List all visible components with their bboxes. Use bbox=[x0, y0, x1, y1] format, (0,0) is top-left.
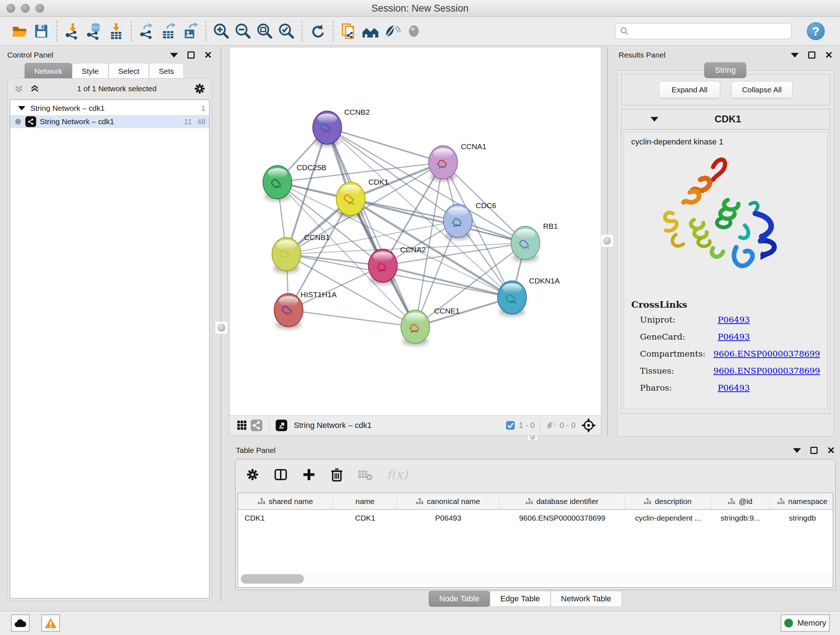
import-network-database-button[interactable] bbox=[83, 20, 105, 42]
delete-table-icon[interactable] bbox=[358, 469, 372, 481]
float-panel-icon[interactable] bbox=[808, 51, 815, 59]
column-header[interactable]: namespace bbox=[770, 493, 833, 509]
tab-string[interactable]: String bbox=[704, 62, 746, 78]
zoom-selected-button[interactable] bbox=[276, 20, 297, 42]
gene-section-header[interactable]: CDK1 bbox=[622, 109, 830, 130]
tab-style[interactable]: Style bbox=[72, 63, 109, 79]
export-table-button[interactable] bbox=[158, 20, 180, 42]
column-type-icon bbox=[416, 498, 423, 505]
clone-network-button[interactable] bbox=[338, 20, 360, 42]
column-header[interactable]: @id bbox=[711, 493, 770, 509]
collapse-all-button[interactable]: Collapse All bbox=[731, 81, 793, 98]
close-panel-icon[interactable]: ✕ bbox=[827, 447, 835, 454]
collapse-all-icon[interactable] bbox=[13, 83, 24, 94]
compartments-link[interactable]: 9606.ENSP00000378699 bbox=[714, 349, 820, 358]
network-edge[interactable] bbox=[289, 310, 415, 327]
table-panel-title: Table Panel bbox=[236, 446, 276, 455]
save-icon bbox=[33, 23, 50, 40]
string-home-button[interactable] bbox=[360, 20, 381, 42]
hidden-eye-icon[interactable] bbox=[545, 420, 556, 431]
network-edge[interactable] bbox=[327, 128, 415, 327]
tissues-link[interactable]: 9606.ENSP00000378699 bbox=[714, 366, 820, 375]
network-view-toolbar: String Network – cdk1 1 - 0 0 - 0 bbox=[229, 416, 601, 435]
import-table-file-button[interactable] bbox=[105, 20, 126, 42]
show-panel-button[interactable] bbox=[403, 20, 425, 42]
column-header[interactable]: shared name bbox=[238, 493, 333, 509]
help-button[interactable]: ? bbox=[807, 22, 825, 40]
network-view-icon[interactable] bbox=[249, 418, 264, 432]
table-row[interactable]: CDK1 CDK1 P06493 9606.ENSP00000378699 cy… bbox=[238, 510, 833, 526]
horizontal-scrollbar[interactable] bbox=[238, 573, 833, 584]
gear-icon[interactable] bbox=[246, 468, 259, 481]
detach-view-icon[interactable] bbox=[274, 418, 289, 432]
gene-collapse-icon[interactable] bbox=[651, 117, 658, 122]
collapse-panel-icon[interactable] bbox=[791, 53, 799, 57]
export-network-button[interactable] bbox=[136, 20, 158, 42]
network-edge[interactable] bbox=[327, 128, 443, 163]
close-panel-icon[interactable]: ✕ bbox=[204, 51, 212, 59]
memory-button[interactable]: Memory bbox=[781, 614, 830, 632]
open-folder-icon bbox=[11, 22, 28, 40]
grid-view-icon[interactable] bbox=[235, 418, 249, 432]
left-splitter-handle[interactable] bbox=[215, 321, 228, 334]
close-panel-icon[interactable]: ✕ bbox=[825, 51, 833, 59]
warning-status-button[interactable] bbox=[41, 614, 60, 632]
uniprot-link[interactable]: P06493 bbox=[718, 315, 750, 325]
export-network-icon bbox=[138, 22, 156, 40]
tab-sets[interactable]: Sets bbox=[149, 63, 184, 79]
tab-node-table[interactable]: Node Table bbox=[429, 591, 490, 607]
column-header[interactable]: description bbox=[625, 493, 711, 509]
collapse-panel-icon[interactable] bbox=[793, 448, 801, 453]
collection-expand-icon[interactable] bbox=[18, 106, 25, 111]
expand-all-icon[interactable] bbox=[29, 83, 40, 94]
network-canvas[interactable]: CCNB2CCNA1CDC25BCDK1CDC6RB1CCNB1CCNA2CDK… bbox=[229, 47, 601, 416]
network-node-CDK1[interactable]: CDK1 bbox=[336, 178, 388, 218]
hidden-node-edge-counts: 0 - 0 bbox=[560, 421, 576, 430]
pharos-link[interactable]: P06493 bbox=[718, 383, 750, 393]
save-session-button[interactable] bbox=[30, 20, 52, 42]
show-columns-icon[interactable] bbox=[274, 468, 287, 481]
apply-layout-button[interactable] bbox=[307, 20, 328, 42]
tab-edge-table[interactable]: Edge Table bbox=[490, 591, 551, 607]
network-edge[interactable] bbox=[289, 266, 383, 310]
cloud-status-button[interactable] bbox=[11, 614, 30, 632]
search-input[interactable] bbox=[629, 27, 787, 36]
network-node-CCNE1[interactable]: CCNE1 bbox=[401, 307, 460, 346]
expand-all-button[interactable]: Expand All bbox=[659, 81, 720, 98]
tab-network[interactable]: Network bbox=[25, 63, 72, 79]
tab-select[interactable]: Select bbox=[109, 63, 149, 79]
network-edge[interactable] bbox=[415, 298, 512, 327]
zoom-in-button[interactable] bbox=[210, 20, 232, 42]
add-column-icon[interactable] bbox=[302, 468, 316, 481]
float-panel-icon[interactable] bbox=[187, 51, 195, 59]
column-header[interactable]: database identifier bbox=[499, 493, 625, 509]
export-image-button[interactable] bbox=[180, 20, 201, 42]
column-header[interactable]: name bbox=[333, 493, 397, 509]
gene-description: cyclin-dependent kinase 1 bbox=[631, 137, 820, 147]
delete-column-icon[interactable] bbox=[330, 468, 343, 481]
tab-network-table[interactable]: Network Table bbox=[551, 591, 622, 607]
network-row-selected[interactable]: String Network – cdk1 11 48 bbox=[10, 115, 209, 128]
network-node-CCNA1[interactable]: CCNA1 bbox=[429, 142, 486, 181]
zoom-fit-button[interactable] bbox=[254, 20, 276, 42]
function-builder-icon[interactable]: f(x) bbox=[387, 467, 408, 482]
right-splitter-handle[interactable] bbox=[600, 234, 614, 247]
genecard-link[interactable]: P06493 bbox=[718, 332, 750, 341]
import-network-file-button[interactable] bbox=[62, 20, 83, 42]
selected-checkbox-icon[interactable] bbox=[506, 421, 515, 430]
network-node-HIST1H1A[interactable]: HIST1H1A bbox=[274, 290, 337, 329]
column-header[interactable]: canonical name bbox=[397, 493, 499, 509]
birdseye-view-icon[interactable] bbox=[581, 418, 596, 432]
gear-icon[interactable] bbox=[194, 82, 206, 95]
hide-panel-button[interactable] bbox=[381, 20, 403, 42]
float-panel-icon[interactable] bbox=[810, 447, 818, 454]
warning-icon bbox=[44, 618, 57, 629]
zoom-out-button[interactable] bbox=[232, 20, 254, 42]
open-session-button[interactable] bbox=[9, 20, 30, 42]
node-label: CCNB2 bbox=[344, 108, 370, 116]
scrollbar-thumb[interactable] bbox=[241, 574, 304, 584]
network-collection-row[interactable]: String Network – cdk1 1 bbox=[10, 102, 209, 114]
network-node-CDKN1A[interactable]: CDKN1A bbox=[498, 277, 560, 317]
network-node-RB1[interactable]: RB1 bbox=[511, 222, 558, 262]
collapse-panel-icon[interactable] bbox=[170, 53, 178, 57]
